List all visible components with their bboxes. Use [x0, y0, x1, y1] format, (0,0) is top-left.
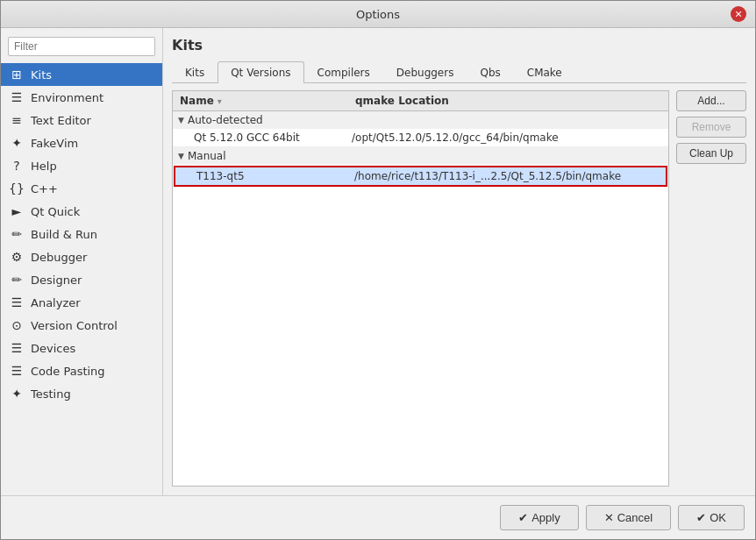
build-run-icon: ✏: [10, 227, 24, 241]
main-panel: Kits Kits Qt Versions Compilers Debugger…: [163, 28, 755, 495]
sidebar-label-fakevim: FakeVim: [31, 137, 78, 150]
remove-button[interactable]: Remove: [676, 117, 746, 138]
tab-cmake[interactable]: CMake: [514, 61, 575, 83]
row-name-t113: T113-qt5: [196, 170, 354, 182]
cpp-icon: {}: [10, 181, 24, 195]
apply-button[interactable]: ✔ Apply: [500, 505, 579, 530]
panel-title: Kits: [172, 37, 746, 53]
filter-box: [8, 37, 155, 56]
sidebar-label-designer: Designer: [31, 274, 82, 287]
sidebar-item-text-editor[interactable]: ≡ Text Editor: [1, 109, 162, 131]
analyzer-icon: ☰: [10, 295, 24, 309]
tab-debuggers[interactable]: Debuggers: [383, 61, 467, 83]
row-path-qt5120: /opt/Qt5.12.0/5.12.0/gcc_64/bin/qmake: [352, 131, 661, 144]
devices-icon: ☰: [10, 341, 24, 355]
table-body: ▼ Auto-detected Qt 5.12.0 GCC 64bit /opt…: [173, 111, 668, 486]
table-header: Name ▾ qmake Location: [173, 91, 668, 111]
titlebar: Options ✕: [1, 1, 755, 28]
ok-button[interactable]: ✔ OK: [678, 505, 745, 530]
version-control-icon: ⊙: [10, 318, 24, 332]
group-auto-detected[interactable]: ▼ Auto-detected: [173, 111, 668, 129]
expand-triangle-manual: ▼: [178, 152, 184, 160]
sidebar-label-code-pasting: Code Pasting: [31, 365, 105, 378]
dialog-title: Options: [25, 8, 731, 21]
debugger-icon: ⚙: [10, 250, 24, 264]
sidebar-label-kits: Kits: [31, 68, 52, 82]
sidebar-label-debugger: Debugger: [31, 251, 87, 264]
close-button[interactable]: ✕: [731, 6, 746, 22]
row-path-t113: /home/rice/t113/T113-i_...2.5/Qt_5.12.5/…: [354, 170, 659, 182]
tabs-bar: Kits Qt Versions Compilers Debuggers Qbs…: [172, 60, 746, 83]
expand-triangle-auto: ▼: [178, 116, 184, 124]
options-dialog: Options ✕ ⊞ Kits ☰ Environment ≡ Text Ed…: [0, 0, 756, 540]
testing-icon: ✦: [10, 387, 24, 401]
text-editor-icon: ≡: [10, 113, 24, 127]
sidebar-item-help[interactable]: ? Help: [1, 154, 162, 177]
cancel-x-icon: ✕: [604, 511, 614, 524]
group-manual[interactable]: ▼ Manual: [173, 147, 668, 165]
sidebar-item-debugger[interactable]: ⚙ Debugger: [1, 245, 162, 268]
sidebar-item-environment[interactable]: ☰ Environment: [1, 86, 162, 109]
row-name-qt5120: Qt 5.12.0 GCC 64bit: [194, 131, 352, 144]
sidebar-label-environment: Environment: [31, 91, 103, 104]
col-qmake-header: qmake Location: [355, 95, 661, 107]
group-label-auto-detected: Auto-detected: [188, 114, 263, 126]
tab-compilers[interactable]: Compilers: [304, 61, 383, 83]
sidebar-label-qt-quick: Qt Quick: [31, 205, 80, 218]
sidebar-item-fakevim[interactable]: ✦ FakeVim: [1, 131, 162, 154]
sidebar-item-code-pasting[interactable]: ☰ Code Pasting: [1, 359, 162, 382]
col-name-header: Name ▾: [180, 95, 355, 107]
sidebar-item-testing[interactable]: ✦ Testing: [1, 382, 162, 405]
sidebar-item-build-run[interactable]: ✏ Build & Run: [1, 223, 162, 245]
ok-checkmark-icon: ✔: [696, 511, 706, 524]
sidebar-label-build-run: Build & Run: [31, 228, 97, 241]
designer-icon: ✏: [10, 273, 24, 287]
table-row-selected[interactable]: T113-qt5 /home/rice/t113/T113-i_...2.5/Q…: [174, 166, 667, 187]
tab-qbs[interactable]: Qbs: [467, 61, 513, 83]
sidebar-item-devices[interactable]: ☰ Devices: [1, 337, 162, 359]
sidebar-label-cpp: C++: [31, 182, 58, 195]
filter-input[interactable]: [8, 37, 155, 56]
sidebar-label-version-control: Version Control: [31, 319, 118, 332]
qt-versions-table: Name ▾ qmake Location ▼ Auto-detected: [172, 90, 669, 487]
environment-icon: ☰: [10, 90, 24, 104]
sidebar-label-analyzer: Analyzer: [31, 296, 81, 309]
sidebar-label-text-editor: Text Editor: [31, 114, 91, 127]
group-label-manual: Manual: [188, 150, 226, 162]
sidebar-item-qt-quick[interactable]: ► Qt Quick: [1, 200, 162, 223]
content-area: Name ▾ qmake Location ▼ Auto-detected: [172, 90, 746, 487]
cancel-button[interactable]: ✕ Cancel: [586, 505, 671, 530]
sidebar-item-analyzer[interactable]: ☰ Analyzer: [1, 291, 162, 314]
sidebar: ⊞ Kits ☰ Environment ≡ Text Editor ✦ Fak…: [1, 28, 163, 495]
sidebar-item-version-control[interactable]: ⊙ Version Control: [1, 314, 162, 337]
help-icon: ?: [10, 159, 24, 173]
qt-quick-icon: ►: [10, 204, 24, 218]
table-row[interactable]: Qt 5.12.0 GCC 64bit /opt/Qt5.12.0/5.12.0…: [173, 129, 668, 147]
fakevim-icon: ✦: [10, 136, 24, 150]
tab-qt-versions[interactable]: Qt Versions: [218, 61, 303, 83]
cleanup-button[interactable]: Clean Up: [676, 143, 746, 164]
add-button[interactable]: Add...: [676, 90, 746, 111]
bottom-bar: ✔ Apply ✕ Cancel ✔ OK: [1, 495, 755, 539]
code-pasting-icon: ☰: [10, 364, 24, 378]
sidebar-item-cpp[interactable]: {} C++: [1, 177, 162, 200]
sidebar-label-devices: Devices: [31, 342, 75, 355]
tab-kits[interactable]: Kits: [172, 61, 218, 83]
kits-icon: ⊞: [10, 68, 24, 82]
sidebar-label-testing: Testing: [31, 387, 71, 401]
sort-indicator: ▾: [218, 96, 222, 106]
sidebar-item-kits[interactable]: ⊞ Kits: [1, 63, 162, 86]
dialog-content: ⊞ Kits ☰ Environment ≡ Text Editor ✦ Fak…: [1, 28, 755, 495]
action-buttons: Add... Remove Clean Up: [669, 90, 746, 487]
apply-checkmark-icon: ✔: [518, 511, 528, 524]
sidebar-label-help: Help: [31, 160, 57, 173]
sidebar-item-designer[interactable]: ✏ Designer: [1, 268, 162, 291]
